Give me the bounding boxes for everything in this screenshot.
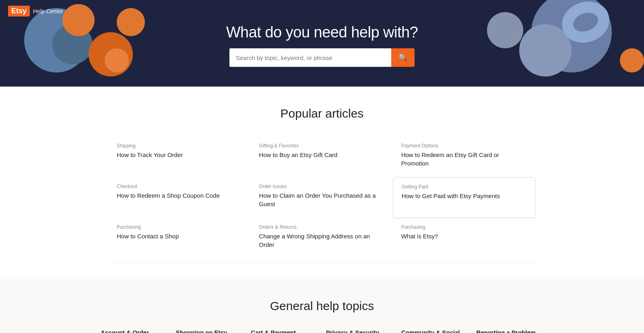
article-item[interactable]: Purchasing What is Etsy? [393,218,535,259]
topic-column: Reporting a ProblemKnown IssuesOrder Iss… [476,329,543,333]
articles-grid: Shipping How to Track Your Order Gifting… [109,137,535,259]
deco-shape-6 [105,48,129,72]
popular-articles-title: Popular articles [109,107,535,120]
article-item[interactable]: Orders & Returns Change a Wrong Shipping… [251,218,393,259]
article-title: How to Redeem a Shop Coupon Code [117,191,243,200]
topbar: Etsy Help Center [8,6,63,17]
deco-shape-9 [487,12,523,48]
topic-column-title: Community & Social [401,329,469,333]
article-category: Shipping [117,143,243,149]
article-title: How to Get Paid with Etsy Payments [402,192,527,200]
article-title: How to Buy an Etsy Gift Card [259,151,385,159]
article-item[interactable]: Order Issues How to Claim an Order You P… [251,177,393,218]
hero-title: What do you need help with? [226,24,418,41]
article-category: Getting Paid [402,184,527,190]
article-category: Purchasing [117,224,243,230]
article-category: Gifting & Favorites [259,143,385,149]
topic-column-title: Privacy & Security [326,329,393,333]
articles-divider [109,263,535,263]
topic-column: Account & Order ManagementSigning InSett… [101,329,168,333]
hero-section: Etsy Help Center What do you need help w… [0,0,644,87]
article-title: What is Etsy? [401,232,527,240]
deco-shape-10 [620,48,644,72]
article-title: How to Claim an Order You Purchased as a… [259,191,385,208]
hero-content: What do you need help with? 🔍 [226,24,418,67]
article-item-highlighted[interactable]: Getting Paid How to Get Paid with Etsy P… [393,177,535,218]
article-category: Orders & Returns [259,224,385,230]
help-center-label: Help Center [33,8,63,14]
topic-column-title: Account & Order Management [101,329,168,333]
topic-column: Community & SocialThe Etsy CommunitySoci… [401,329,469,333]
article-item[interactable]: Checkout How to Redeem a Shop Coupon Cod… [109,177,251,218]
article-category: Order Issues [259,184,385,189]
article-title: How to Contact a Shop [117,232,243,240]
search-icon: 🔍 [398,54,407,62]
topic-column-title: Cart & Payment [251,329,318,333]
article-item[interactable]: Gifting & Favorites How to Buy an Etsy G… [251,137,393,177]
topics-grid: Account & Order ManagementSigning InSett… [101,329,543,333]
article-category: Payment Options [401,143,527,149]
topic-column-title: Reporting a Problem [476,329,543,333]
topic-column: Privacy & SecurityBuying SafelyAccount P… [326,329,393,333]
search-button[interactable]: 🔍 [391,48,415,67]
topic-column: Cart & PaymentCheckoutShippingPayment Op… [251,329,318,333]
article-title: How to Redeem an Etsy Gift Card or Promo… [401,151,527,168]
article-category: Purchasing [401,224,527,230]
deco-shape-3 [62,4,95,36]
deco-shape-5 [117,8,145,36]
help-topics-section: General help topics Account & Order Mana… [0,279,644,333]
article-title: Change a Wrong Shipping Address on an Or… [259,232,385,249]
article-category: Checkout [117,184,243,189]
help-topics-title: General help topics [101,299,543,313]
popular-articles-section: Popular articles Shipping How to Track Y… [101,87,543,279]
search-bar: 🔍 [229,48,415,67]
article-item[interactable]: Purchasing How to Contact a Shop [109,218,251,259]
search-input[interactable] [229,48,391,67]
topic-column: Shopping on EtsyPurchasingGifting & Favo… [176,329,243,333]
article-title: How to Track Your Order [117,151,243,159]
article-item[interactable]: Payment Options How to Redeem an Etsy Gi… [393,137,535,177]
article-item[interactable]: Shipping How to Track Your Order [109,137,251,177]
topic-column-title: Shopping on Etsy [176,329,243,333]
help-topics-inner: General help topics Account & Order Mana… [101,299,543,333]
etsy-logo[interactable]: Etsy [8,6,30,17]
